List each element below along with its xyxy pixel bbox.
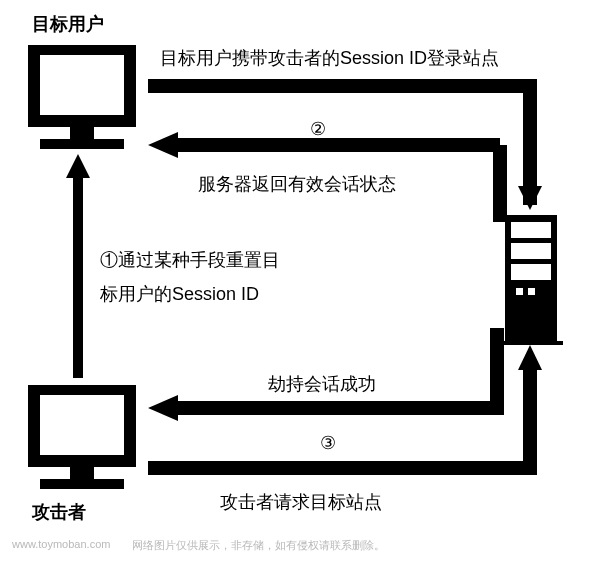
footer-domain: www.toymoban.com (12, 538, 110, 550)
footer-note: 网络图片仅供展示，非存储，如有侵权请联系删除。 (132, 538, 385, 553)
svg-rect-6 (70, 467, 94, 479)
svg-rect-12 (516, 288, 523, 295)
svg-rect-11 (511, 264, 551, 280)
svg-rect-9 (511, 222, 551, 238)
svg-marker-18 (518, 186, 542, 210)
svg-marker-22 (148, 395, 178, 421)
step-2-number: ② (310, 118, 326, 140)
attacker-icon (28, 385, 136, 489)
step-3-number: ③ (320, 432, 336, 454)
svg-rect-5 (40, 395, 124, 455)
svg-rect-1 (40, 55, 124, 115)
arrow-1-label-line2: 标用户的Session ID (100, 282, 259, 306)
svg-marker-19 (148, 132, 178, 158)
diagram-canvas (0, 0, 596, 561)
svg-rect-3 (40, 139, 124, 149)
svg-marker-21 (518, 345, 542, 370)
svg-rect-2 (70, 127, 94, 139)
svg-rect-10 (511, 243, 551, 259)
arrow-1-label-line1: ①通过某种手段重置目 (100, 248, 280, 272)
attacker-label: 攻击者 (32, 500, 86, 524)
server-icon (499, 215, 563, 345)
svg-rect-14 (505, 333, 557, 341)
svg-marker-17 (66, 154, 90, 178)
arrow-1 (66, 154, 90, 378)
svg-rect-7 (40, 479, 124, 489)
arrow-2-return-label: 服务器返回有效会话状态 (198, 172, 396, 196)
arrow-3-return-label: 劫持会话成功 (268, 372, 376, 396)
arrow-2-out-label: 目标用户携带攻击者的Session ID登录站点 (160, 46, 499, 70)
svg-rect-13 (528, 288, 535, 295)
target-user-label: 目标用户 (32, 12, 104, 36)
target-user-icon (28, 45, 136, 149)
svg-rect-15 (499, 341, 563, 345)
arrow-3-out-label: 攻击者请求目标站点 (220, 490, 382, 514)
